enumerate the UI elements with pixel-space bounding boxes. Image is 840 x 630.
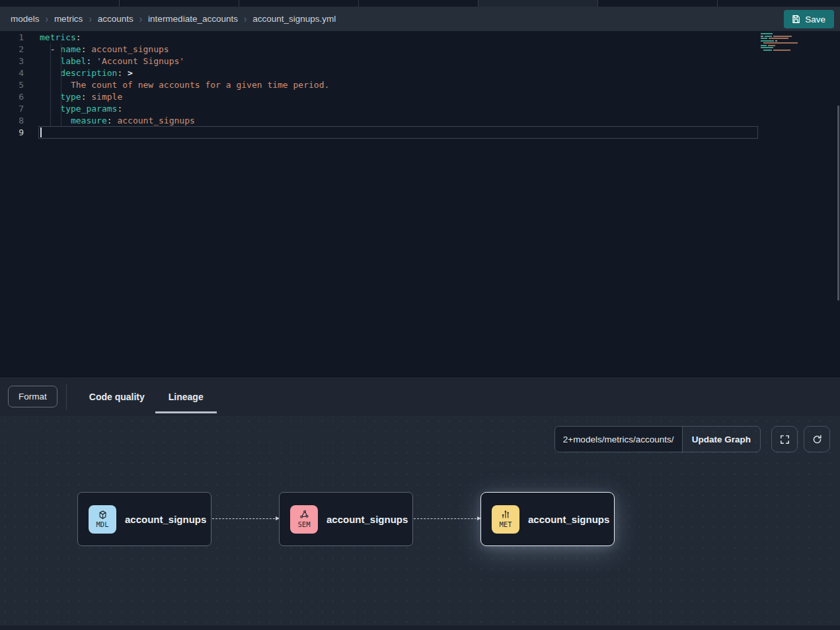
indent-guide [61, 44, 61, 127]
lineage-controls: Update Graph [554, 426, 830, 452]
node-label: account_signups [125, 514, 206, 525]
line-number: 1 [0, 32, 24, 44]
breadcrumb-item-metrics[interactable]: metrics [54, 14, 83, 24]
node-label: account_signups [528, 514, 609, 525]
tab-strip-segment[interactable] [598, 0, 718, 7]
breadcrumb-item-filename[interactable]: account_signups.yml [252, 14, 336, 24]
bottom-panel-tabbar: Format Code quality Lineage [0, 376, 840, 416]
tab-strip-segment-active[interactable] [478, 0, 598, 7]
lineage-edge [414, 518, 480, 519]
cube-icon: MDL [89, 505, 116, 534]
tab-strip-segment[interactable] [120, 0, 239, 7]
lineage-node-sem[interactable]: SEMaccount_signups [279, 492, 413, 546]
save-button-label: Save [805, 15, 825, 24]
code-line[interactable]: type_params: [40, 103, 798, 115]
lineage-node-mdl[interactable]: MDLaccount_signups [77, 492, 211, 546]
lineage-selector-input[interactable] [555, 427, 682, 452]
line-number: 4 [0, 67, 24, 79]
tab-strip-segment[interactable] [718, 0, 840, 7]
semantic-model-icon: SEM [290, 505, 318, 534]
save-icon [791, 15, 800, 24]
breadcrumb-item-models[interactable]: models [11, 14, 40, 24]
breadcrumb-bar: models › metrics › accounts › intermedia… [0, 7, 840, 31]
code-line[interactable]: metrics: [40, 32, 798, 44]
lineage-edge [212, 518, 278, 519]
line-number: 2 [0, 44, 24, 55]
refresh-button[interactable] [804, 426, 830, 452]
code-line[interactable]: measure: account_signups [40, 115, 798, 127]
chevron-separator-icon: › [244, 13, 247, 25]
fullscreen-button[interactable] [771, 426, 798, 452]
chevron-separator-icon: › [89, 13, 91, 25]
line-number: 9 [0, 127, 24, 139]
node-badge-label: SEM [298, 520, 311, 528]
code-line[interactable]: The count of new accounts for a given ti… [40, 79, 798, 91]
refresh-icon [812, 434, 823, 445]
text-cursor [40, 127, 42, 137]
current-line-highlight [38, 126, 758, 139]
line-number: 6 [0, 91, 24, 103]
breadcrumb-item-intermediate-accounts[interactable]: intermediate_accounts [148, 14, 238, 24]
line-number-gutter: 123456789 [0, 32, 24, 139]
line-number: 7 [0, 103, 24, 115]
tab-strip-segment[interactable] [239, 0, 359, 7]
tab-code-quality[interactable]: Code quality [87, 392, 147, 402]
breadcrumb: models › metrics › accounts › intermedia… [11, 14, 336, 24]
save-button[interactable]: Save [784, 10, 834, 28]
metric-icon: MET [492, 505, 519, 534]
line-number: 5 [0, 79, 24, 91]
tab-lineage[interactable]: Lineage [167, 392, 206, 402]
fullscreen-icon [779, 434, 790, 445]
ide-window: models › metrics › accounts › intermedia… [0, 0, 840, 630]
chevron-separator-icon: › [46, 13, 48, 25]
selector-group: Update Graph [554, 426, 761, 452]
lineage-canvas[interactable]: Update Graph MDLaccount_signupsSEMaccoun… [0, 416, 840, 630]
line-number: 8 [0, 115, 24, 127]
node-badge-label: MET [500, 520, 512, 528]
chevron-separator-icon: › [139, 13, 142, 25]
code-line[interactable]: type: simple [40, 91, 798, 103]
code-line[interactable]: description: > [40, 67, 798, 79]
line-number: 3 [0, 55, 24, 67]
editor-minimap[interactable] [761, 33, 802, 51]
code-line[interactable]: - name: account_signups [40, 44, 798, 55]
format-button[interactable]: Format [8, 386, 57, 407]
node-badge-label: MDL [96, 520, 109, 528]
editor-tab-strip [0, 0, 840, 7]
node-label: account_signups [326, 514, 408, 525]
code-line[interactable]: label: 'Account Signups' [40, 55, 798, 67]
update-graph-button[interactable]: Update Graph [682, 427, 760, 452]
code-content[interactable]: metrics: - name: account_signups label: … [40, 32, 798, 139]
lineage-node-met[interactable]: METaccount_signups [480, 492, 615, 546]
tab-strip-segment[interactable] [0, 0, 120, 7]
canvas-bottom-strip [0, 625, 840, 630]
indent-guide [50, 44, 51, 127]
editor-scrollbar[interactable] [837, 106, 839, 300]
breadcrumb-item-accounts[interactable]: accounts [98, 14, 134, 24]
tab-strip-segment[interactable] [359, 0, 478, 7]
divider [66, 384, 67, 410]
code-editor[interactable]: 123456789 metrics: - name: account_signu… [0, 31, 840, 376]
